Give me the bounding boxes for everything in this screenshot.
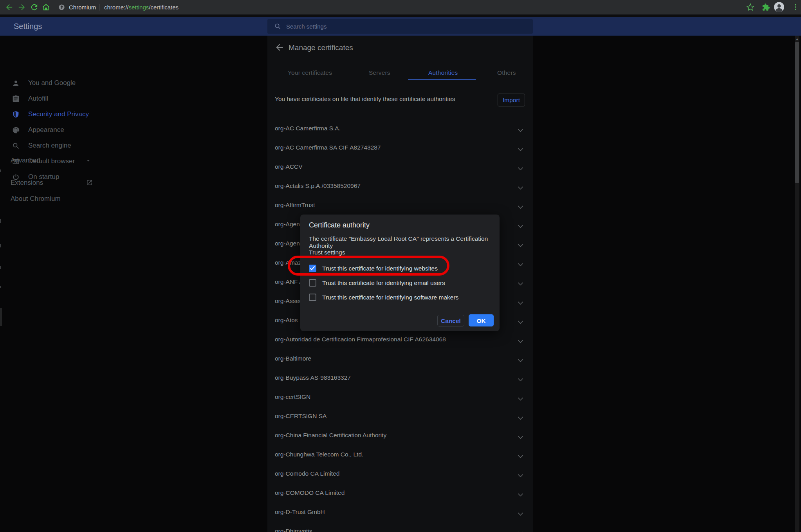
checkbox-unchecked[interactable] [309, 279, 316, 287]
chevron-down-icon[interactable] [518, 414, 523, 418]
certificate-row[interactable]: org-certSIGN [267, 387, 533, 406]
home-icon[interactable] [41, 3, 51, 12]
page-scrollbar: ▲ [795, 36, 799, 532]
back-icon[interactable] [5, 3, 14, 12]
import-button[interactable]: Import [498, 94, 525, 106]
certificate-row[interactable]: org-Baltimore [267, 349, 533, 368]
sidebar-item-security-and-privacy[interactable]: Security and Privacy [0, 106, 164, 122]
certificate-name: org-Autoridad de Certificacion Firmaprof… [275, 330, 446, 349]
chevron-down-icon[interactable] [518, 376, 523, 379]
chevron-down-icon[interactable] [518, 433, 523, 437]
external-link-icon [86, 179, 93, 186]
certificate-name: org-Buypass AS-983163327 [275, 368, 351, 387]
chevron-down-icon[interactable] [518, 453, 523, 456]
dialog-title: Certificate authority [309, 221, 370, 229]
screen-edge-artifact [0, 286, 1, 288]
certificate-name: org-China Financial Certification Author… [275, 426, 386, 445]
certificate-name: org-Atos [275, 310, 298, 330]
screen-edge-artifact [0, 219, 1, 223]
chevron-down-icon[interactable] [518, 184, 523, 188]
tab-authorities[interactable]: Authorities [428, 69, 458, 76]
chevron-down-icon[interactable] [518, 242, 523, 245]
chevron-down-icon[interactable] [518, 203, 523, 207]
url-bar[interactable]: chrome://settings/certificates [104, 0, 179, 14]
chevron-down-icon[interactable] [518, 395, 523, 399]
profile-avatar[interactable] [774, 2, 784, 12]
certificate-name: org-certSIGN [275, 387, 310, 406]
sidebar-item-appearance[interactable]: Appearance [0, 122, 164, 138]
certificate-row[interactable]: org-Comodo CA Limited [267, 464, 533, 483]
scrollbar-up-arrow[interactable]: ▲ [795, 37, 799, 41]
checkbox-unchecked[interactable] [309, 294, 316, 301]
certificate-row[interactable]: org-D-Trust GmbH [267, 502, 533, 521]
certificate-row[interactable]: org-Dhimyotis [267, 521, 533, 532]
chevron-down-icon[interactable] [518, 510, 523, 514]
certificate-row[interactable]: org-COMODO CA Limited [267, 483, 533, 502]
browser-toolbar: Chromium chrome://settings/certificates [0, 0, 801, 14]
chevron-down-icon[interactable] [518, 472, 523, 475]
sidebar-item-label: You and Google [28, 79, 76, 87]
certificate-row[interactable]: org-CERTSIGN SA [267, 406, 533, 426]
certificate-name: org-AffirmTrust [275, 195, 315, 215]
certificate-name: org-D-Trust GmbH [275, 502, 325, 521]
certificate-row[interactable]: org-AC Camerfirma S.A. [267, 119, 533, 138]
tab-servers[interactable]: Servers [369, 69, 390, 76]
certificate-row[interactable]: org-Autoridad de Certificacion Firmaprof… [267, 330, 533, 349]
chevron-down-icon[interactable] [518, 146, 523, 149]
forward-icon[interactable] [17, 3, 26, 12]
screen: Chromium chrome://settings/certificates … [0, 0, 801, 532]
reload-icon[interactable] [30, 3, 39, 12]
sidebar-item-autofill[interactable]: Autofill [0, 91, 164, 106]
chevron-down-icon[interactable] [518, 165, 523, 168]
trust-checkbox-row: Trust this certificate for identifying s… [300, 292, 500, 307]
sidebar-item-label: Autofill [28, 95, 48, 103]
sidebar-advanced[interactable]: Advanced [0, 153, 164, 168]
menu-kebab-icon[interactable] [792, 3, 799, 11]
ok-button[interactable]: OK [469, 314, 494, 326]
extensions-puzzle-icon[interactable] [762, 3, 770, 11]
checkbox-label: Trust this certificate for identifying e… [322, 278, 445, 288]
chevron-down-icon[interactable] [518, 318, 523, 322]
chevron-down-icon[interactable] [518, 280, 523, 283]
certificate-row[interactable]: org-AffirmTrust [267, 195, 533, 215]
chevron-down-icon[interactable] [518, 261, 523, 264]
chevron-down-icon[interactable] [518, 529, 523, 532]
chevron-down-icon[interactable] [518, 299, 523, 303]
scrollbar-thumb[interactable] [795, 42, 799, 183]
certificate-authority-dialog: Certificate authority The certificate "E… [300, 215, 500, 331]
certificate-row[interactable]: org-Chunghwa Telecom Co., Ltd. [267, 445, 533, 464]
chevron-down-icon[interactable] [518, 126, 523, 130]
sidebar-item-label: Security and Privacy [28, 110, 89, 118]
sidebar-item-search-engine[interactable]: Search engine [0, 138, 164, 153]
search-settings-box[interactable]: Search settings [267, 19, 533, 34]
certificate-row[interactable]: org-Buypass AS-983163327 [267, 368, 533, 387]
certificate-row[interactable]: org-Actalis S.p.A./03358520967 [267, 176, 533, 195]
chevron-down-icon[interactable] [518, 357, 523, 360]
certificate-row[interactable]: org-ACCV [267, 157, 533, 176]
certificate-name: org-Comodo CA Limited [275, 464, 339, 483]
sidebar-item-you-and-google[interactable]: You and Google [0, 75, 164, 91]
tab-others[interactable]: Others [497, 69, 516, 76]
cancel-button[interactable]: Cancel [437, 315, 464, 326]
certificate-row[interactable]: org-China Financial Certification Author… [267, 426, 533, 445]
tab-your-certificates[interactable]: Your certificates [288, 69, 332, 76]
shield-icon [12, 110, 20, 119]
checkbox-checked[interactable] [309, 265, 316, 272]
sidebar-item-label: Search engine [28, 142, 71, 150]
active-tab-indicator [408, 79, 476, 80]
chevron-down-icon[interactable] [518, 337, 523, 341]
screen-edge-artifact [0, 266, 1, 269]
screen-edge-artifact [0, 308, 2, 326]
certificate-row[interactable]: org-AC Camerfirma SA CIF A82743287 [267, 138, 533, 157]
person-icon [12, 79, 20, 87]
sidebar-extensions[interactable]: Extensions [0, 175, 164, 191]
certificate-name: org-COMODO CA Limited [275, 483, 345, 502]
chevron-down-icon[interactable] [518, 491, 523, 494]
chevron-down-icon[interactable] [518, 222, 523, 226]
sidebar-item-label: Appearance [28, 126, 64, 134]
checkbox-label: Trust this certificate for identifying w… [322, 263, 438, 273]
site-info-icon[interactable] [58, 4, 65, 11]
certificate-name: org-AC Camerfirma SA CIF A82743287 [275, 138, 381, 157]
sidebar-about-chromium[interactable]: About Chromium [0, 191, 164, 207]
bookmark-star-icon[interactable] [746, 3, 754, 11]
